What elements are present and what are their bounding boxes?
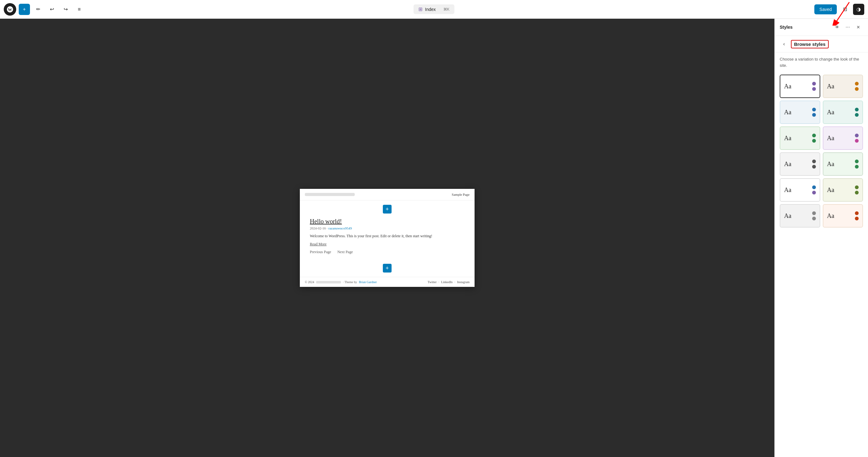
post-date: 2024-02-16: [310, 226, 326, 230]
instagram-link[interactable]: Instagram: [457, 280, 470, 284]
plus-icon: +: [23, 6, 26, 12]
style-card-olive[interactable]: Aa: [823, 178, 863, 202]
eye-icon: 👁: [835, 25, 839, 30]
dot-2: [855, 87, 859, 91]
style-card-green2[interactable]: Aa: [823, 152, 863, 176]
preview-footer: © 2024 · Theme by Brian Gardner Twitter …: [300, 277, 474, 287]
dot-1: [812, 159, 816, 163]
style-dots: [855, 159, 859, 169]
style-dots: [812, 108, 816, 117]
undo-button[interactable]: ↩: [46, 4, 57, 15]
style-card-orange-red[interactable]: Aa: [823, 204, 863, 227]
style-aa-label: Aa: [827, 109, 834, 116]
add-block-top-wrapper: +: [300, 202, 474, 216]
style-aa-label: Aa: [784, 160, 791, 167]
style-aa-label: Aa: [784, 134, 791, 142]
linkedin-link[interactable]: LinkedIn: [441, 280, 453, 284]
browse-styles-header: ‹ Browse styles: [775, 36, 868, 53]
dot-2: [812, 139, 816, 143]
add-block-button[interactable]: +: [19, 4, 30, 15]
style-card-green[interactable]: Aa: [780, 126, 820, 150]
copyright: © 2024: [305, 280, 314, 284]
panel-close-button[interactable]: ✕: [854, 23, 863, 32]
add-block-top-button[interactable]: +: [383, 205, 392, 214]
style-card-blue-purple[interactable]: Aa: [780, 178, 820, 202]
list-view-button[interactable]: ≡: [74, 4, 85, 15]
dot-2: [812, 113, 816, 117]
svg-text:W: W: [8, 7, 12, 12]
read-more-link[interactable]: Read More: [310, 242, 465, 247]
style-aa-label: Aa: [784, 109, 791, 116]
style-aa-label: Aa: [827, 83, 834, 90]
dot-2: [855, 217, 859, 220]
separator1: ·: [438, 280, 439, 284]
pagination: Previous Page Next Page: [310, 250, 465, 254]
style-card-default[interactable]: Aa: [780, 74, 820, 98]
add-block-bottom-button[interactable]: +: [383, 264, 392, 273]
tools-button[interactable]: ✏: [32, 4, 44, 15]
post-body: Welcome to WordPress. This is your first…: [310, 233, 465, 239]
style-dots: [812, 185, 816, 194]
back-button[interactable]: ‹: [780, 40, 788, 49]
panel-actions: 👁 ⋯ ✕: [832, 23, 863, 32]
post-title: Hello world!: [310, 218, 465, 225]
dot-1: [855, 82, 859, 86]
dark-mode-button[interactable]: ◑: [853, 4, 864, 15]
dot-1: [855, 133, 859, 138]
layout-icon: ⊡: [843, 6, 847, 12]
toolbar-right: Saved ⊡ ◑: [814, 4, 864, 15]
twitter-link[interactable]: Twitter: [428, 280, 437, 284]
panel-more-button[interactable]: ⋯: [843, 23, 852, 32]
dot-2: [812, 191, 816, 194]
footer-theme-by: · Theme by: [343, 280, 357, 284]
toolbar: W + ✏ ↩ ↪ ≡ ⊞ Index ⌘K Saved ⊡ ◑: [0, 0, 868, 19]
saved-button[interactable]: Saved: [814, 4, 837, 14]
pencil-icon: ✏: [36, 6, 40, 12]
footer-site-name: [316, 281, 341, 283]
style-card-warm[interactable]: Aa: [823, 74, 863, 98]
style-dots: [855, 133, 859, 143]
page-preview: Sample Page + Hello world! 2024-02-16 · …: [300, 189, 474, 287]
dot-2: [812, 87, 816, 91]
footer-social: Twitter · LinkedIn · Instagram: [428, 280, 470, 284]
nav-placeholder: [305, 193, 355, 196]
canvas-area[interactable]: Sample Page + Hello world! 2024-02-16 · …: [0, 19, 774, 457]
style-dots: [855, 108, 859, 117]
document-icon: ⊞: [418, 6, 423, 12]
style-card-light-gray[interactable]: Aa: [780, 204, 820, 227]
post-author[interactable]: razanuwuco9549: [329, 226, 352, 230]
style-dots: [855, 82, 859, 91]
sample-page-link[interactable]: Sample Page: [452, 192, 470, 196]
next-page-link[interactable]: Next Page: [337, 250, 353, 254]
style-aa-label: Aa: [827, 134, 834, 142]
separator2: ·: [455, 280, 456, 284]
layout-toggle-button[interactable]: ⊡: [839, 4, 850, 15]
style-aa-label: Aa: [784, 212, 791, 219]
dot-1: [855, 108, 859, 112]
styles-panel-header: Styles 👁 ⋯ ✕: [775, 19, 868, 36]
document-title: Index: [425, 7, 436, 12]
style-card-gray-dark[interactable]: Aa: [780, 152, 820, 176]
style-aa-label: Aa: [827, 212, 834, 219]
style-aa-label: Aa: [784, 83, 791, 90]
style-card-teal[interactable]: Aa: [823, 100, 863, 124]
dot-1: [855, 211, 859, 215]
dot-2: [855, 165, 859, 169]
wp-logo[interactable]: W: [4, 3, 16, 16]
footer-author-link[interactable]: Brian Gardner: [359, 280, 377, 284]
ellipsis-icon: ⋯: [845, 25, 850, 30]
style-dots: [812, 159, 816, 169]
document-shortcut: ⌘K: [443, 7, 450, 11]
previous-page-link[interactable]: Previous Page: [310, 250, 331, 254]
redo-button[interactable]: ↪: [60, 4, 71, 15]
style-card-blue[interactable]: Aa: [780, 100, 820, 124]
panel-eye-button[interactable]: 👁: [832, 23, 842, 32]
dot-1: [812, 82, 816, 86]
document-pill[interactable]: ⊞ Index ⌘K: [413, 4, 454, 14]
dot-1: [855, 159, 859, 163]
style-dots: [812, 211, 816, 220]
list-icon: ≡: [78, 6, 81, 12]
style-card-purple-pink[interactable]: Aa: [823, 126, 863, 150]
styles-description: Choose a variation to change the look of…: [775, 53, 868, 72]
styles-panel: Styles 👁 ⋯ ✕ ‹ Browse styles Choose a va…: [774, 19, 868, 457]
